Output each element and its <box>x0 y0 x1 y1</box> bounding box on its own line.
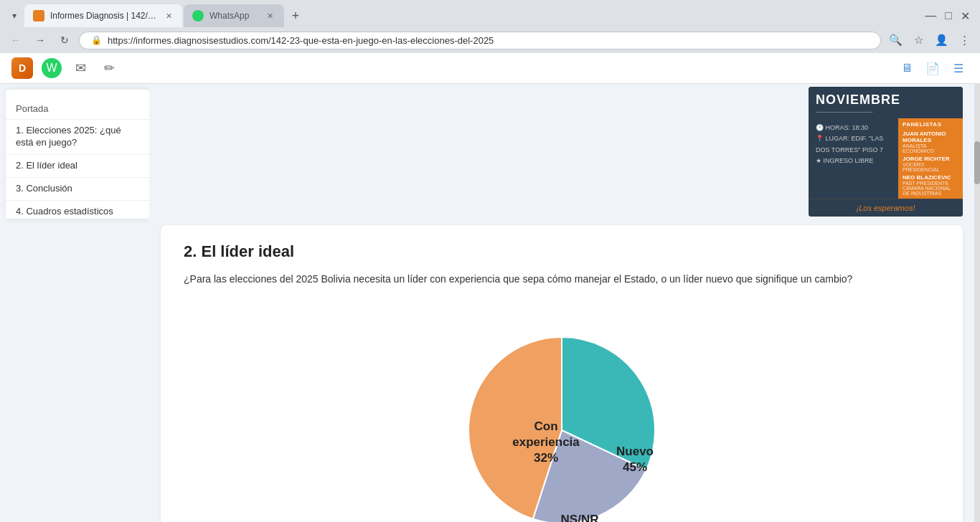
security-icon: 🔒 <box>91 35 102 45</box>
svg-text:experiencia: experiencia <box>512 435 580 449</box>
whatsapp-app-icon[interactable]: W <box>42 58 62 78</box>
right-scrollbar[interactable] <box>974 84 980 522</box>
toc-item-4[interactable]: 4. Cuadros estadísticos <box>6 201 149 224</box>
poster-footer: ¡Los esperamos! <box>809 199 963 217</box>
poster-subtitle: ────────────── <box>816 109 956 115</box>
toc-item-3[interactable]: 3. Conclusión <box>6 178 149 201</box>
forward-button[interactable]: → <box>30 30 50 50</box>
panelistas-label: PANELISTAS <box>903 121 958 128</box>
maximize-button[interactable]: □ <box>941 8 956 24</box>
svg-text:45%: 45% <box>623 460 647 474</box>
toc-item-2[interactable]: 2. El líder ideal <box>6 155 149 178</box>
back-button[interactable]: ← <box>6 30 26 50</box>
close-button[interactable]: ✕ <box>956 8 974 24</box>
tab-list-button[interactable]: ▾ <box>6 6 23 26</box>
refresh-button[interactable]: ↻ <box>55 30 75 50</box>
address-bar[interactable]: 🔒 https://informes.diagnosisestudios.com… <box>79 32 881 49</box>
pie-chart-container: Conexperiencia32%NS/NR23%Nuevo45% <box>184 301 940 522</box>
panelist3-role: PAST PRESIDENTE CÁMARA NACIONAL DE INDUS… <box>903 181 958 196</box>
document-view-icon[interactable]: 📄 <box>923 58 943 78</box>
panelist1-role: ANALISTA ECONÓMICO <box>903 143 958 153</box>
poster-place: 📍 LUGAR: EDIF. "LAS DOS TORRES" PISO 7 <box>816 133 891 156</box>
content-area[interactable]: NOVIEMBRE ────────────── 🕐 HORAS: 18:30 … <box>149 84 974 522</box>
app-toolbar: D W ✉ ✏ 🖥 📄 ☰ <box>0 53 980 84</box>
toc-portada[interactable]: Portada <box>6 98 149 120</box>
event-poster: NOVIEMBRE ────────────── 🕐 HORAS: 18:30 … <box>809 87 963 217</box>
main-layout: Portada 1. Elecciones 2025: ¿qué está en… <box>0 84 980 522</box>
tab-diagnosis-label: Informes Diagnosis | 142/23 ¿C... <box>50 11 158 21</box>
poster-entry: ★ INGRESO LIBRE <box>816 156 891 166</box>
section-2-question: ¿Para las elecciones del 2025 Bolivia ne… <box>184 271 940 287</box>
search-button[interactable]: 🔍 <box>885 30 905 50</box>
panelist3-name: NEO BLAZICEVIC <box>903 174 958 181</box>
panelist2-name: JORGE RICHTER <box>903 156 958 162</box>
tab-whatsapp-close[interactable]: ✕ <box>264 10 275 22</box>
tab-diagnosis-close[interactable]: ✕ <box>164 10 174 22</box>
tab-whatsapp-label: WhatsApp <box>209 11 249 21</box>
menu-icon[interactable]: ☰ <box>948 58 969 78</box>
section-card-2: 2. El líder ideal ¿Para las elecciones d… <box>161 225 963 522</box>
svg-text:Nuevo: Nuevo <box>616 445 654 458</box>
email-app-icon[interactable]: ✉ <box>70 58 90 78</box>
pie-chart: Conexperiencia32%NS/NR23%Nuevo45% <box>440 308 684 522</box>
new-tab-button[interactable]: + <box>286 6 306 26</box>
table-of-contents: Portada 1. Elecciones 2025: ¿qué está en… <box>6 90 149 219</box>
diagnosis-app-icon[interactable]: D <box>11 57 33 79</box>
diagnosis-favicon <box>33 10 44 22</box>
tab-diagnosis[interactable]: Informes Diagnosis | 142/23 ¿C... ✕ <box>24 4 182 27</box>
extensions-button[interactable]: ⋮ <box>954 30 974 50</box>
tab-whatsapp[interactable]: WhatsApp ✕ <box>184 4 284 27</box>
svg-text:32%: 32% <box>534 451 558 465</box>
panelist2-role: VOCERO PRESIDENCIAL <box>903 162 958 172</box>
monitor-view-icon[interactable]: 🖥 <box>897 58 917 78</box>
edit-app-icon[interactable]: ✏ <box>99 58 119 78</box>
section-2-title: 2. El líder ideal <box>184 242 940 261</box>
scrollbar-thumb[interactable] <box>974 141 980 184</box>
event-section: NOVIEMBRE ────────────── 🕐 HORAS: 18:30 … <box>161 84 963 225</box>
svg-text:NS/NR: NS/NR <box>561 513 599 522</box>
minimize-button[interactable]: — <box>920 8 941 24</box>
toc-item-1[interactable]: 1. Elecciones 2025: ¿qué está en juego? <box>6 120 149 155</box>
poster-hours: 🕐 HORAS: 18:30 <box>816 123 891 133</box>
profile-button[interactable]: 👤 <box>931 30 951 50</box>
bookmark-button[interactable]: ☆ <box>908 30 928 50</box>
svg-text:Con: Con <box>534 419 557 433</box>
url-text: https://informes.diagnosisestudios.com/1… <box>108 35 869 46</box>
panelist1-name: JUAN ANTONIO MORALES <box>903 130 958 143</box>
poster-month: NOVIEMBRE <box>816 92 956 108</box>
whatsapp-favicon <box>192 10 204 22</box>
